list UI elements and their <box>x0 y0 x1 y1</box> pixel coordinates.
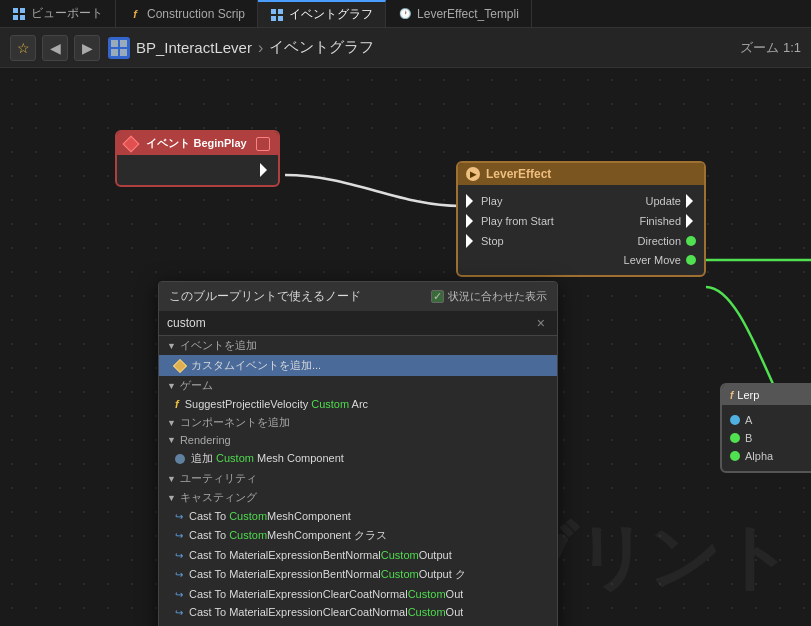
alpha-pin <box>730 451 740 461</box>
svg-rect-1 <box>20 8 25 13</box>
node-beginplay: イベント BeginPlay <box>115 130 280 187</box>
pin-in-b: B <box>730 432 752 444</box>
func-icon: f <box>730 390 733 401</box>
result-item-suggest[interactable]: f SuggestProjectileVelocity Custom Arc <box>159 395 557 413</box>
tab-bar: ビューポート f Construction Scrip イベントグラフ 🕐 Le… <box>0 0 811 28</box>
result-item-custom-event[interactable]: カスタムイベントを追加... <box>159 355 557 376</box>
tab-construction-label: Construction Scrip <box>147 7 245 21</box>
search-close-button[interactable]: × <box>533 315 549 331</box>
pin-in-play: Play <box>466 194 502 208</box>
breadcrumb-bar: ☆ ◀ ▶ BP_InteractLever › イベントグラフ ズーム 1:1 <box>0 28 811 68</box>
graph-name: イベントグラフ <box>269 38 374 57</box>
result-item-cast6[interactable]: ↪ Cast To MaterialExpressionClearCoatNor… <box>159 603 557 621</box>
node-body-lerp: A -7 B 70 Alpha <box>722 405 811 471</box>
result-item-mesh[interactable]: 追加 Custom Mesh Component <box>159 448 557 469</box>
forward-button[interactable]: ▶ <box>74 35 100 61</box>
node-body-levereffect: Play Update Play from Start Finished <box>458 185 704 275</box>
search-input[interactable] <box>167 316 533 330</box>
cast-icon: ↪ <box>175 511 183 522</box>
a-pin <box>730 415 740 425</box>
pin-row-a: A -7 <box>722 411 811 429</box>
zoom-label: ズーム 1:1 <box>740 39 801 57</box>
pin-out-update: Update <box>646 194 696 208</box>
pin-out-levermove: Lever Move <box>624 254 696 266</box>
result-item-cast5[interactable]: ↪ Cast To MaterialExpressionClearCoatNor… <box>159 585 557 603</box>
exec-out-finished <box>686 214 696 228</box>
node-header-beginplay: イベント BeginPlay <box>117 132 278 155</box>
cast-icon: ↪ <box>175 589 183 600</box>
svg-rect-10 <box>111 49 118 56</box>
category-rendering: ▼ Rendering <box>159 432 557 448</box>
pin-row-playfromstart: Play from Start Finished <box>458 211 704 231</box>
pin-in-a: A <box>730 414 752 426</box>
b-label: B <box>745 432 752 444</box>
node-header-lerp: f Lerp <box>722 385 811 405</box>
pin-play-label: Play <box>481 195 502 207</box>
pin-row-exec-out <box>117 161 278 179</box>
pin-in-alpha: Alpha <box>730 450 773 462</box>
result-item-cast3[interactable]: ↪ Cast To MaterialExpressionBentNormalCu… <box>159 546 557 564</box>
result-item-cast4[interactable]: ↪ Cast To MaterialExpressionBentNormalCu… <box>159 564 557 585</box>
favorite-button[interactable]: ☆ <box>10 35 36 61</box>
item-text: Cast To MaterialExpressionBentNormalCust… <box>189 549 452 561</box>
tab-event-graph[interactable]: イベントグラフ <box>258 0 386 27</box>
checkbox-icon: ✓ <box>431 290 444 303</box>
svg-rect-6 <box>271 16 276 21</box>
search-panel: このブループリントで使えるノード ✓ 状況に合わせた表示 × ▼ イベントを追加… <box>158 281 558 626</box>
item-text: Cast To CustomMeshComponent クラス <box>189 528 387 543</box>
svg-rect-5 <box>278 9 283 14</box>
tab-event-graph-label: イベントグラフ <box>289 6 373 23</box>
search-input-row: × <box>159 311 557 336</box>
pin-out-direction: Direction <box>638 235 696 247</box>
item-text: Cast To MaterialExpressionClearCoatNorma… <box>189 588 463 600</box>
tab-construction[interactable]: f Construction Scrip <box>116 0 258 27</box>
exec-out-update <box>686 194 696 208</box>
back-button[interactable]: ◀ <box>42 35 68 61</box>
exec-out-pin <box>260 163 270 177</box>
cast-icon: ↪ <box>175 607 183 618</box>
pin-playfromstart-label: Play from Start <box>481 215 554 227</box>
pin-direction-label: Direction <box>638 235 681 247</box>
node-header-levereffect: ▶ LeverEffect <box>458 163 704 185</box>
svg-rect-7 <box>278 16 283 21</box>
node-close-button[interactable] <box>256 137 270 151</box>
viewport-icon <box>12 7 26 21</box>
category-expand-icon: ▼ <box>167 418 176 428</box>
a-label: A <box>745 414 752 426</box>
node-levereffect: ▶ LeverEffect Play Update Play from Star… <box>456 161 706 277</box>
pin-row-b: B 70 <box>722 429 811 447</box>
result-item-cast1[interactable]: ↪ Cast To CustomMeshComponent <box>159 507 557 525</box>
category-event-add: ▼ イベントを追加 <box>159 336 557 355</box>
lerp-title: Lerp <box>737 389 759 401</box>
category-game: ▼ ゲーム <box>159 376 557 395</box>
checkbox-label[interactable]: ✓ 状況に合わせた表示 <box>431 289 547 304</box>
search-results[interactable]: ▼ イベントを追加 カスタムイベントを追加... ▼ ゲーム f Suggest… <box>159 336 557 626</box>
result-item-cast7[interactable]: ↪ Cast To MaterialExpressionCustom <box>159 621 557 626</box>
node-lerp: f Lerp A -7 B 70 Alpha <box>720 383 811 473</box>
tab-viewport-label: ビューポート <box>31 5 103 22</box>
item-text: Cast To MaterialExpressionBentNormalCust… <box>189 567 466 582</box>
category-label: イベントを追加 <box>180 338 257 353</box>
cast-icon: ↪ <box>175 550 183 561</box>
pin-finished-label: Finished <box>639 215 681 227</box>
tab-lever-effect[interactable]: 🕐 LeverEffect_Templi <box>386 0 532 27</box>
svg-rect-9 <box>120 40 127 47</box>
diamond-icon <box>123 135 140 152</box>
pin-levermove-label: Lever Move <box>624 254 681 266</box>
canvas-area[interactable]: イベント BeginPlay ▶ LeverEffect Play Update <box>0 68 811 626</box>
tab-lever-label: LeverEffect_Templi <box>417 7 519 21</box>
tab-viewport[interactable]: ビューポート <box>0 0 116 27</box>
checkbox-text: 状況に合わせた表示 <box>448 289 547 304</box>
pin-row-play: Play Update <box>458 191 704 211</box>
svg-rect-3 <box>20 15 25 20</box>
item-text: Cast To MaterialExpressionClearCoatNorma… <box>189 606 463 618</box>
category-label: ユーティリティ <box>180 471 257 486</box>
category-component-add: ▼ コンポーネントを追加 <box>159 413 557 432</box>
comp-icon <box>175 454 185 464</box>
pin-out-finished: Finished <box>639 214 696 228</box>
pin-stop-label: Stop <box>481 235 504 247</box>
levereffect-title: LeverEffect <box>486 167 551 181</box>
category-expand-icon: ▼ <box>167 381 176 391</box>
result-item-cast2[interactable]: ↪ Cast To CustomMeshComponent クラス <box>159 525 557 546</box>
cast-icon: ↪ <box>175 569 183 580</box>
